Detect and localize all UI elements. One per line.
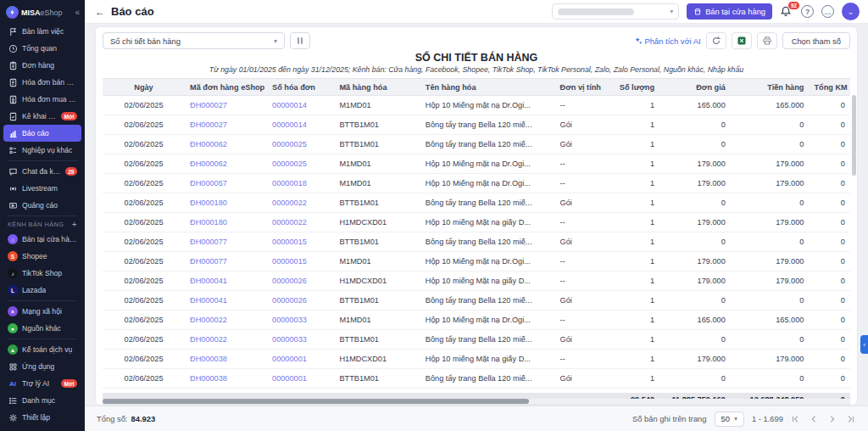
column-header[interactable]: Số lượng [611,83,659,92]
invoice-number-link[interactable]: 00000001 [267,374,334,383]
per-page-select[interactable]: 50 ▾ [715,411,744,427]
analyze-ai-link[interactable]: Phân tích với AI [634,36,701,46]
sidebar-item-hoa-don-ban-hang[interactable]: Hóa đơn bán hàng [3,74,81,91]
next-page-icon[interactable] [828,414,837,423]
order-id-link[interactable]: ĐH000057 [185,179,267,188]
per-page-label: Số bản ghi trên trang [632,414,707,423]
sidebar-item-ban-tai-cua-hang[interactable]: ⌂Bán tại cửa hàng [3,231,81,248]
more-icon[interactable]: … [821,5,834,18]
invoice-number-link[interactable]: 00000033 [267,316,334,324]
invoice-number-link[interactable]: 00000022 [267,218,334,227]
order-id-link[interactable]: ĐH000027 [185,120,267,129]
invoice-number-link[interactable]: 00000014 [267,120,334,129]
sidebar-item-tong-quan[interactable]: Tổng quan [3,40,81,57]
sidebar-item-quang-cao[interactable]: Quảng cáo [3,197,81,214]
sidebar-item-hoa-don-mua-hang[interactable]: Hóa đơn mua hàng [3,91,81,108]
order-id-link[interactable]: ĐH000077 [185,238,267,246]
order-id-link[interactable]: ĐH000180 [185,199,267,207]
invoice-number-link[interactable]: 00000015 [267,238,334,246]
sidebar-item-shopee[interactable]: SShopee [3,248,81,265]
table-cell: M1MD01 [334,257,420,266]
sidebar-item-lazada[interactable]: LLazada [3,282,81,299]
column-header[interactable]: Mã đơn hàng eShop [185,83,267,92]
invoice-number-link[interactable]: 00000033 [267,335,334,344]
order-id-link[interactable]: ĐH000062 [185,160,267,168]
previous-page-icon[interactable] [810,414,819,423]
choose-parameters-button[interactable]: Chọn tham số [782,32,850,49]
invoice-number-link[interactable]: 00000014 [267,101,334,109]
sidebar-item-nghiep-vu-khac[interactable]: Nghiệp vụ khác [3,142,81,159]
sidebar-item-tiktok-shop[interactable]: ♪TikTok Shop [3,265,81,282]
order-id-link[interactable]: ĐH000038 [185,355,267,363]
sidebar-item-ung-dung[interactable]: Ứng dụng [3,358,81,375]
table-cell: 179.000 [731,179,810,188]
ung-dung-icon [8,362,18,372]
sidebar-item-nguon-khac[interactable]: ●Nguồn khác [3,320,81,337]
print-button[interactable] [757,32,777,49]
invoice-number-link[interactable]: 00000015 [267,257,334,266]
order-id-link[interactable]: ĐH000062 [185,140,267,148]
help-icon[interactable]: ? [801,5,814,18]
report-type-select[interactable]: Sổ chi tiết bán hàng ▾ [103,32,285,49]
invoice-number-link[interactable]: 00000026 [267,296,334,305]
view-options-button[interactable] [290,32,310,49]
column-header[interactable]: Tên hàng hóa [420,83,555,92]
sidebar-item-bao-cao[interactable]: Báo cáo [3,125,81,142]
column-header[interactable]: Tổng KM [809,83,850,92]
column-header[interactable]: Mã hàng hóa [334,83,420,92]
table-cell: 0 [731,335,810,344]
table-cell: 02/06/2025 [103,140,185,148]
ke-toan-dich-vu-icon: ▲ [8,344,18,355]
horizontal-scrollbar-thumb[interactable] [103,399,529,404]
organization-select[interactable]: ▾ [552,3,679,20]
sidebar-item-label: Báo cáo [22,129,49,137]
sidebar-item-tro-ly-ai[interactable]: AiTrợ lý AIMới [3,375,81,392]
invoice-number-link[interactable]: 00000026 [267,277,334,285]
order-id-link[interactable]: ĐH000041 [185,277,267,285]
invoice-number-link[interactable]: 00000022 [267,199,334,207]
invoice-number-link[interactable]: 00000018 [267,179,334,188]
sidebar-item-don-hang[interactable]: Đơn hàng [3,57,81,74]
export-excel-button[interactable] [732,32,752,49]
mang-xa-hoi-icon: × [8,306,18,316]
sidebar-item-chat-da-kenh[interactable]: Chat đa kênh29 [3,163,81,180]
refresh-button[interactable] [706,32,726,49]
sidebar-item-thiet-lap[interactable]: Thiết lập [3,409,81,426]
sidebar-item-ke-toan-dich-vu[interactable]: ▲Kế toán dịch vụ [3,341,81,358]
first-page-icon[interactable] [791,414,800,423]
back-arrow-icon[interactable]: ← [95,6,105,18]
notifications-bell-icon[interactable]: 92 [780,5,793,19]
order-id-link[interactable]: ĐH000038 [185,374,267,383]
order-id-link[interactable]: ĐH000022 [185,335,267,344]
last-page-icon[interactable] [847,414,856,423]
column-header[interactable]: Tiền hàng [731,83,810,92]
order-id-link[interactable]: ĐH000022 [185,316,267,324]
order-id-link[interactable]: ĐH000027 [185,101,267,109]
expand-panel-tab[interactable]: ‹ [860,335,868,354]
sidebar-item-ke-khai-thue[interactable]: Kê khai thuếMới [3,108,81,125]
invoice-number-link[interactable]: 00000001 [267,355,334,363]
add-channel-icon[interactable]: + [72,220,77,229]
order-id-link[interactable]: ĐH000180 [185,218,267,227]
column-header[interactable]: Đơn giá [659,83,731,92]
invoice-number-link[interactable]: 00000025 [267,140,334,148]
horizontal-scrollbar[interactable] [103,399,850,404]
sidebar-collapse-icon[interactable]: « [75,8,80,17]
sidebar-item-label: Đơn hàng [22,61,54,70]
user-avatar[interactable]: ⌄ [842,3,860,20]
order-id-link[interactable]: ĐH000077 [185,257,267,266]
column-header[interactable]: Ngày [103,83,185,92]
invoice-number-link[interactable]: 00000025 [267,160,334,168]
sidebar-item-mang-xa-hoi[interactable]: ×Mạng xã hội [3,303,81,320]
sidebar-item-danh-muc[interactable]: Danh mục [3,392,81,409]
order-id-link[interactable]: ĐH000041 [185,296,267,305]
sidebar-item-livestream[interactable]: Livestream [3,180,81,197]
vertical-scrollbar-thumb[interactable] [852,95,856,176]
column-header[interactable]: Số hóa đơn [267,83,334,92]
column-header[interactable]: Đơn vị tính [555,83,611,92]
table-cell: 179.000 [659,179,731,188]
sidebar-item-ban-lam-viec[interactable]: Bàn làm việc [3,23,81,40]
table-cell: 1 [611,257,659,266]
store-mode-button[interactable]: Bán tại cửa hàng [687,3,772,20]
vertical-scrollbar[interactable] [852,75,856,397]
